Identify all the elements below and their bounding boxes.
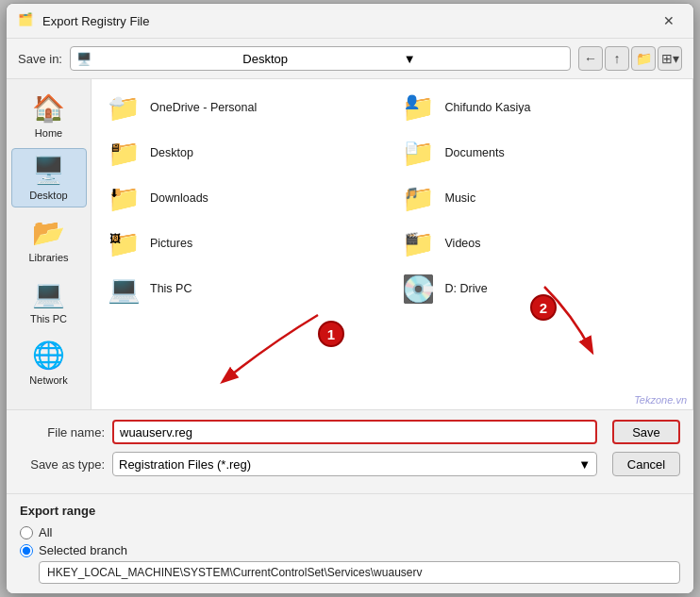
radio-selected-label: Selected branch xyxy=(39,543,127,557)
file-name-drive: D: Drive xyxy=(445,282,488,295)
home-icon: 🏠 xyxy=(32,92,65,124)
music-folder-icon: 📁 🎵 xyxy=(402,183,436,213)
file-name-onedrive: OneDrive - Personal xyxy=(150,101,257,114)
dialog-icon: 🗂️ xyxy=(18,12,35,29)
file-name-pictures: Pictures xyxy=(150,237,192,250)
sidebar-network-label: Network xyxy=(29,374,67,386)
save-in-label: Save in: xyxy=(18,52,62,66)
save-as-type-label: Save as type: xyxy=(20,457,105,472)
export-registry-dialog: 🗂️ Export Registry File ✕ Save in: 🖥️ De… xyxy=(6,3,694,594)
view-button[interactable]: ⊞▾ xyxy=(658,46,682,71)
list-item[interactable]: 📁 🖼 Pictures xyxy=(99,223,391,264)
watermark-text: Tekzone.vn xyxy=(634,394,687,406)
sidebar-pc-label: This PC xyxy=(30,313,67,324)
action-buttons: Save xyxy=(612,420,680,444)
export-range-section: Export range All Selected branch HKEY_LO… xyxy=(7,493,693,593)
list-item[interactable]: 📁 🎵 Music xyxy=(394,177,686,219)
sidebar-item-this-pc[interactable]: 💻 This PC xyxy=(11,273,87,330)
save-in-bar: Save in: 🖥️ Desktop ▼ ← ↑ 📁 ⊞▾ xyxy=(7,39,693,79)
sidebar: 🏠 Home 🖥️ Desktop 📂 Libraries 💻 This PC … xyxy=(7,79,92,409)
sidebar-item-desktop[interactable]: 🖥️ Desktop xyxy=(11,148,87,207)
toolbar-actions: ← ↑ 📁 ⊞▾ xyxy=(578,46,682,71)
file-name-label: File name: xyxy=(20,425,105,439)
file-name-music: Music xyxy=(445,191,476,205)
videos-folder-icon: 📁 🎬 xyxy=(402,228,436,258)
drive-icon: 💽 xyxy=(402,274,436,304)
back-button[interactable]: ← xyxy=(578,46,603,71)
user-folder-icon: 📁 👤 xyxy=(402,92,436,123)
radio-selected[interactable] xyxy=(20,544,33,557)
desktop-icon: 🖥️ xyxy=(32,155,65,186)
radio-all-label: All xyxy=(39,525,52,539)
title-bar-buttons: ✕ xyxy=(656,11,682,30)
file-type-value: Registration Files (*.reg) xyxy=(119,457,251,472)
file-name-this-pc: This PC xyxy=(150,282,192,295)
sidebar-libraries-label: Libraries xyxy=(28,252,68,263)
sidebar-item-network[interactable]: 🌐 Network xyxy=(11,334,87,391)
list-item[interactable]: 📁 ⬇ Downloads xyxy=(99,177,391,219)
file-name-input[interactable] xyxy=(112,420,597,444)
documents-folder-icon: 📁 📄 xyxy=(402,138,436,168)
up-button[interactable]: ↑ xyxy=(605,46,629,71)
list-item[interactable]: 📁 🖥 Desktop xyxy=(99,132,391,174)
main-area: 🏠 Home 🖥️ Desktop 📂 Libraries 💻 This PC … xyxy=(7,79,693,409)
dialog-title: Export Registry File xyxy=(42,14,656,28)
radio-all-row: All xyxy=(20,525,680,539)
cancel-button-col: Cancel xyxy=(612,452,680,476)
libraries-icon: 📂 xyxy=(32,217,65,248)
registry-path: HKEY_LOCAL_MACHINE\SYSTEM\CurrentControl… xyxy=(39,561,680,584)
sidebar-item-home[interactable]: 🏠 Home xyxy=(11,87,87,144)
this-pc-icon: 💻 xyxy=(107,274,141,304)
file-name-desktop: Desktop xyxy=(150,146,193,159)
radio-selected-row: Selected branch xyxy=(20,543,680,557)
radio-all[interactable] xyxy=(20,526,33,539)
sidebar-home-label: Home xyxy=(35,127,62,139)
save-button[interactable]: Save xyxy=(612,420,680,444)
pc-icon: 💻 xyxy=(32,278,65,309)
new-folder-button[interactable]: 📁 xyxy=(631,46,656,71)
pictures-folder-icon: 📁 🖼 xyxy=(107,228,141,258)
save-in-folder-icon: 🖥️ xyxy=(76,52,237,66)
file-name-videos: Videos xyxy=(445,237,481,250)
list-item[interactable]: 💻 This PC xyxy=(99,268,391,309)
file-type-dropdown[interactable]: Registration Files (*.reg) ▼ xyxy=(112,452,597,476)
desktop-folder-icon: 📁 🖥 xyxy=(107,138,141,168)
bottom-controls: File name: Save Save as type: Registrati… xyxy=(7,409,693,493)
sidebar-item-libraries[interactable]: 📂 Libraries xyxy=(11,211,87,269)
file-name-row: File name: Save xyxy=(20,420,680,444)
list-item[interactable]: 📁 🎬 Videos xyxy=(394,223,686,264)
file-grid: 📁 ☁️ OneDrive - Personal 📁 👤 Chifundo Ka… xyxy=(92,79,693,409)
export-range-title: Export range xyxy=(20,504,680,518)
file-type-row: Save as type: Registration Files (*.reg)… xyxy=(20,452,680,476)
title-bar: 🗂️ Export Registry File ✕ xyxy=(7,4,693,39)
save-in-value: Desktop xyxy=(242,52,403,66)
downloads-folder-icon: 📁 ⬇ xyxy=(107,183,141,213)
onedrive-folder-icon: 📁 ☁️ xyxy=(107,92,141,123)
list-item[interactable]: 💽 D: Drive xyxy=(394,268,686,309)
list-item[interactable]: 📁 📄 Documents xyxy=(394,132,686,174)
cancel-button[interactable]: Cancel xyxy=(612,452,680,476)
list-item[interactable]: 📁 ☁️ OneDrive - Personal xyxy=(99,87,391,128)
file-name-user: Chifundo Kasiya xyxy=(445,101,531,114)
network-icon: 🌐 xyxy=(32,340,65,371)
list-item[interactable]: 📁 👤 Chifundo Kasiya xyxy=(394,87,686,128)
file-name-downloads: Downloads xyxy=(150,191,208,205)
sidebar-desktop-label: Desktop xyxy=(29,190,67,201)
chevron-down-icon: ▼ xyxy=(578,457,591,472)
close-button[interactable]: ✕ xyxy=(656,11,682,30)
save-in-dropdown[interactable]: 🖥️ Desktop ▼ xyxy=(70,46,571,71)
chevron-down-icon: ▼ xyxy=(404,52,564,66)
file-name-documents: Documents xyxy=(445,146,505,159)
